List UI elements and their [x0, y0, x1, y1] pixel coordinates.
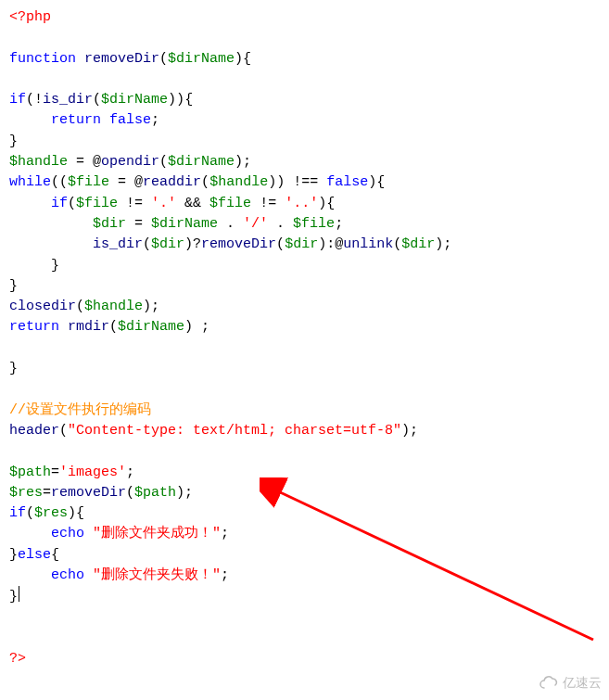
php-close-tag: ?> — [9, 651, 26, 667]
watermark-text: 亿速云 — [563, 672, 602, 693]
watermark: 亿速云 — [539, 672, 602, 693]
cloud-icon — [539, 675, 559, 690]
fn-name: removeDir — [84, 51, 159, 67]
php-open-tag: <?php — [9, 9, 51, 25]
comment-encoding: //设置文件执行的编码 — [9, 402, 151, 418]
var-dirname: $dirName — [168, 51, 235, 67]
code-block: <?php function removeDir($dirName){ if(!… — [9, 7, 600, 670]
keyword-function: function — [9, 51, 76, 67]
text-cursor — [19, 586, 19, 602]
